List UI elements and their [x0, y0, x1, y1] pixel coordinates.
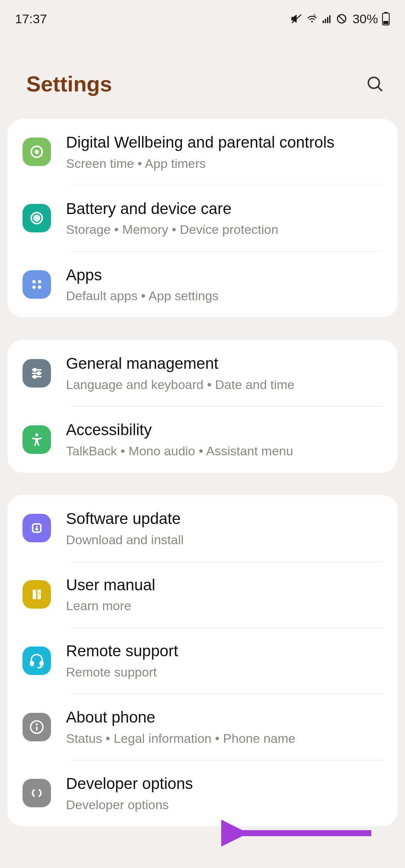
- row-subtitle: Language and keyboard • Date and time: [66, 376, 382, 393]
- search-icon: [366, 75, 384, 93]
- svg-point-18: [38, 280, 41, 283]
- row-subtitle: Default apps • App settings: [66, 287, 382, 304]
- svg-rect-4: [327, 17, 328, 23]
- svg-point-16: [36, 217, 38, 219]
- svg-point-20: [38, 286, 41, 289]
- svg-text:6: 6: [314, 13, 316, 18]
- row-title: General management: [66, 353, 382, 374]
- page-header: Settings: [0, 34, 405, 119]
- wellbeing-icon: [22, 138, 51, 166]
- svg-point-17: [32, 280, 36, 283]
- status-time: 17:37: [15, 12, 47, 26]
- row-text: Battery and device care Storage • Memory…: [66, 199, 382, 238]
- row-title: Battery and device care: [66, 199, 382, 219]
- row-accessibility[interactable]: Accessibility TalkBack • Mono audio • As…: [8, 406, 398, 473]
- row-subtitle: TalkBack • Mono audio • Assistant menu: [66, 443, 382, 459]
- row-text: Digital Wellbeing and parental controls …: [66, 132, 382, 172]
- headset-icon: [22, 647, 51, 675]
- row-developer-options[interactable]: Developer options Developer options: [8, 760, 398, 826]
- apps-icon: [22, 270, 51, 299]
- svg-rect-36: [36, 726, 38, 730]
- row-text: Apps Default apps • App settings: [66, 265, 382, 304]
- settings-group-1: Digital Wellbeing and parental controls …: [8, 119, 398, 317]
- dnd-icon: [336, 13, 347, 24]
- row-battery-care[interactable]: Battery and device care Storage • Memory…: [8, 185, 398, 251]
- row-software-update[interactable]: Software update Download and install: [8, 495, 398, 561]
- row-user-manual[interactable]: ? User manual Learn more: [8, 561, 398, 628]
- row-title: Developer options: [66, 774, 382, 794]
- signal-icon: [322, 13, 332, 24]
- row-text: Remote support Remote support: [66, 641, 382, 680]
- row-subtitle: Download and install: [66, 531, 382, 548]
- row-title: Remote support: [66, 641, 382, 661]
- settings-group-2: General management Language and keyboard…: [8, 340, 398, 473]
- svg-rect-5: [329, 15, 331, 23]
- row-text: Developer options Developer options: [66, 774, 382, 813]
- svg-point-24: [38, 372, 40, 374]
- svg-rect-2: [322, 21, 324, 23]
- row-title: Software update: [66, 509, 382, 529]
- row-text: Software update Download and install: [66, 509, 382, 548]
- row-title: Digital Wellbeing and parental controls: [66, 132, 382, 153]
- svg-point-35: [36, 723, 38, 725]
- svg-rect-33: [40, 661, 43, 666]
- svg-point-22: [33, 368, 36, 371]
- svg-line-12: [378, 87, 382, 91]
- svg-rect-3: [325, 19, 326, 23]
- developer-icon: [22, 779, 51, 807]
- battery-care-icon: [22, 204, 51, 232]
- row-subtitle: Remote support: [66, 664, 382, 680]
- wifi-icon: 6: [306, 13, 318, 24]
- row-general-management[interactable]: General management Language and keyboard…: [8, 340, 398, 406]
- row-text: Accessibility TalkBack • Mono audio • As…: [66, 420, 382, 459]
- svg-rect-10: [383, 21, 388, 24]
- svg-point-19: [32, 286, 36, 289]
- row-title: User manual: [66, 575, 382, 596]
- row-title: Accessibility: [66, 420, 382, 440]
- row-apps[interactable]: Apps Default apps • App settings: [8, 251, 398, 318]
- row-text: User manual Learn more: [66, 575, 382, 614]
- svg-rect-32: [31, 661, 33, 666]
- settings-group-3: Software update Download and install ? U…: [8, 495, 398, 826]
- row-subtitle: Learn more: [66, 597, 382, 614]
- info-icon: [22, 713, 51, 741]
- row-subtitle: Developer options: [66, 796, 382, 813]
- row-title: About phone: [66, 707, 382, 728]
- row-digital-wellbeing[interactable]: Digital Wellbeing and parental controls …: [8, 119, 398, 185]
- update-icon: [22, 514, 51, 542]
- sliders-icon: [22, 359, 51, 388]
- status-bar: 17:37 6 30%: [0, 0, 405, 34]
- svg-rect-29: [33, 590, 36, 599]
- accessibility-icon: [22, 425, 51, 454]
- row-text: General management Language and keyboard…: [66, 353, 382, 393]
- svg-line-7: [339, 16, 345, 22]
- battery-percent: 30%: [352, 12, 378, 26]
- row-text: About phone Status • Legal information •…: [66, 707, 382, 747]
- svg-point-11: [368, 77, 379, 88]
- mute-vibrate-icon: [291, 13, 302, 24]
- row-title: Apps: [66, 265, 382, 286]
- svg-point-26: [33, 375, 36, 378]
- status-right: 6 30%: [291, 12, 390, 26]
- search-button[interactable]: [364, 73, 386, 95]
- manual-icon: ?: [22, 580, 51, 609]
- row-about-phone[interactable]: About phone Status • Legal information •…: [8, 694, 398, 760]
- row-remote-support[interactable]: Remote support Remote support: [8, 627, 398, 694]
- page-title: Settings: [26, 71, 112, 96]
- row-subtitle: Storage • Memory • Device protection: [66, 221, 382, 238]
- row-subtitle: Status • Legal information • Phone name: [66, 730, 382, 747]
- svg-text:?: ?: [38, 591, 40, 597]
- row-subtitle: Screen time • App timers: [66, 155, 382, 172]
- battery-icon: [382, 12, 390, 25]
- svg-point-27: [35, 433, 38, 436]
